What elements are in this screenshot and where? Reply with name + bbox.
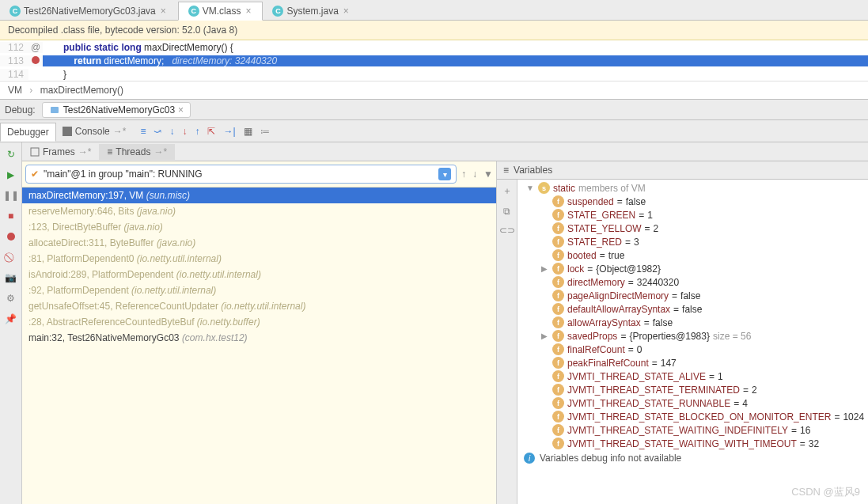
- code-line[interactable]: 112@public static long maxDirectMemory()…: [0, 40, 868, 54]
- variable-row[interactable]: f directMemory = 32440320: [517, 275, 868, 289]
- variable-row[interactable]: f booted = true: [517, 248, 868, 262]
- thread-selector[interactable]: ✔ "main"@1 in group "main": RUNNING ▾: [25, 165, 457, 184]
- stack-frame[interactable]: getUnsafeOffset:45, ReferenceCountUpdate…: [22, 298, 496, 314]
- step-into-icon[interactable]: ↓: [169, 126, 174, 137]
- breakpoint-icon[interactable]: [32, 56, 40, 64]
- static-group[interactable]: ▼ s static members of VM: [517, 181, 868, 195]
- next-frame-icon[interactable]: ↓: [472, 169, 477, 180]
- variable-row[interactable]: f suspended = false: [517, 195, 868, 208]
- field-badge-icon: f: [552, 316, 564, 328]
- rerun-icon[interactable]: ↻: [4, 147, 18, 161]
- frame-package: (sun.misc): [146, 190, 190, 201]
- stack-frame[interactable]: maxDirectMemory:197, VM (sun.misc): [22, 188, 496, 203]
- close-icon[interactable]: ×: [178, 104, 184, 116]
- collapse-icon[interactable]: ▼: [525, 184, 535, 192]
- variable-row[interactable]: f STATE_GREEN = 1: [517, 208, 868, 222]
- variable-row[interactable]: f peakFinalRefCount = 147: [517, 356, 868, 369]
- equals: =: [645, 223, 650, 234]
- variable-row[interactable]: f pageAlignDirectMemory = false: [517, 289, 868, 302]
- tab-console[interactable]: Console →*: [56, 123, 133, 140]
- equals: =: [620, 331, 626, 342]
- pause-icon[interactable]: ❚❚: [4, 188, 18, 203]
- prev-frame-icon[interactable]: ↑: [461, 169, 466, 180]
- mute-breakpoints-icon[interactable]: ⃠: [4, 250, 18, 264]
- camera-icon[interactable]: 📷: [4, 271, 18, 285]
- pin-icon[interactable]: 📌: [4, 312, 18, 326]
- view-breakpoints-icon[interactable]: [4, 229, 18, 244]
- thread-dropdown-icon[interactable]: ▾: [438, 168, 451, 180]
- add-watch-icon[interactable]: ＋: [502, 184, 512, 198]
- variable-value: false: [653, 317, 673, 328]
- show-exec-icon[interactable]: ≡: [140, 126, 146, 137]
- class-icon: C: [9, 6, 21, 17]
- debug-config-name: Test26NativeMemoryGc03: [63, 104, 175, 116]
- variable-row[interactable]: f STATE_YELLOW = 2: [517, 222, 868, 235]
- stack-frame[interactable]: :81, PlatformDependent0 (io.netty.util.i…: [22, 251, 496, 267]
- variable-row[interactable]: f JVMTI_THREAD_STATE_BLOCKED_ON_MONITOR_…: [517, 410, 868, 423]
- breadcrumb[interactable]: VM › maxDirectMemory(): [0, 81, 868, 100]
- stack-frame[interactable]: reserveMemory:646, Bits (java.nio): [22, 203, 496, 219]
- link-icon[interactable]: ⊂⊃: [499, 225, 515, 236]
- step-over-icon[interactable]: ⤻: [154, 126, 161, 137]
- variable-row[interactable]: f JVMTI_THREAD_STATE_ALIVE = 1: [517, 369, 868, 383]
- editor-tab[interactable]: CTest26NativeMemoryGc03.java×: [0, 2, 178, 20]
- code-line[interactable]: 114}: [0, 67, 868, 81]
- gutter-mark[interactable]: @: [28, 42, 43, 53]
- crumb-class[interactable]: VM: [8, 85, 22, 96]
- stack-frame[interactable]: :92, PlatformDependent (io.netty.util.in…: [22, 282, 496, 298]
- settings-icon[interactable]: ⚙: [4, 291, 18, 305]
- tab-threads[interactable]: ≡ Threads →*: [99, 144, 175, 160]
- stop-icon[interactable]: ■: [4, 209, 18, 223]
- variable-row[interactable]: f allowArraySyntax = false: [517, 316, 868, 329]
- tab-debugger[interactable]: Debugger: [0, 123, 56, 142]
- editor-tab[interactable]: CVM.class×: [178, 2, 263, 21]
- stack-frame[interactable]: :123, DirectByteBuffer (java.nio): [22, 219, 496, 235]
- debug-config-tab[interactable]: Test26NativeMemoryGc03 ×: [42, 102, 191, 118]
- variable-row[interactable]: f JVMTI_THREAD_STATE_RUNNABLE = 4: [517, 396, 868, 410]
- evaluate-icon[interactable]: ▦: [244, 126, 252, 137]
- close-icon[interactable]: ×: [342, 6, 351, 17]
- tool-more-icon[interactable]: ≔: [260, 126, 270, 137]
- frame-method: :92, PlatformDependent: [28, 285, 129, 296]
- variable-row[interactable]: f STATE_RED = 3: [517, 235, 868, 248]
- run-to-cursor-icon[interactable]: →|: [223, 126, 235, 137]
- tab-frames[interactable]: Frames →*: [22, 144, 99, 160]
- variable-row[interactable]: f JVMTI_THREAD_STATE_TERMINATED = 2: [517, 383, 868, 396]
- equals: =: [628, 277, 634, 288]
- close-icon[interactable]: ×: [244, 6, 252, 17]
- frame-list[interactable]: maxDirectMemory:197, VM (sun.misc)reserv…: [22, 188, 496, 504]
- variable-row[interactable]: f finalRefCount = 0: [517, 343, 868, 356]
- filter-icon[interactable]: ▼: [483, 169, 493, 180]
- copy-icon[interactable]: ⧉: [503, 206, 510, 217]
- drop-frame-icon[interactable]: ⇱: [207, 126, 215, 137]
- gutter-mark[interactable]: [28, 55, 43, 66]
- variable-row[interactable]: f JVMTI_THREAD_STATE_WAITING_WITH_TIMEOU…: [517, 437, 868, 450]
- stack-frame[interactable]: main:32, Test26NativeMemoryGc03 (com.hx.…: [22, 330, 496, 346]
- field-badge-icon: f: [552, 411, 564, 423]
- code-editor[interactable]: 112@public static long maxDirectMemory()…: [0, 40, 868, 81]
- force-step-into-icon[interactable]: ↓: [182, 126, 187, 137]
- variables-tree[interactable]: ▼ s static members of VM f suspended = f…: [517, 180, 868, 504]
- stack-frame[interactable]: :28, AbstractReferenceCountedByteBuf (io…: [22, 314, 496, 330]
- variable-value: 2: [752, 385, 757, 396]
- step-out-icon[interactable]: ↑: [195, 126, 199, 137]
- resume-icon[interactable]: ▶: [4, 168, 18, 182]
- variable-row[interactable]: ▶f savedProps = {Properties@1983} size =…: [517, 329, 868, 343]
- stack-frame[interactable]: allocateDirect:311, ByteBuffer (java.nio…: [22, 235, 496, 251]
- thread-label: "main"@1 in group "main": RUNNING: [44, 169, 203, 180]
- variable-name: JVMTI_THREAD_STATE_WAITING_INDEFINITELY: [567, 425, 788, 436]
- stack-frame[interactable]: isAndroid:289, PlatformDependent (io.net…: [22, 267, 496, 282]
- editor-tab[interactable]: CSystem.java×: [263, 2, 360, 20]
- variable-row[interactable]: f defaultAllowArraySyntax = false: [517, 302, 868, 316]
- variable-row[interactable]: f JVMTI_THREAD_STATE_WAITING_INDEFINITEL…: [517, 423, 868, 437]
- expand-icon[interactable]: ▶: [540, 332, 549, 340]
- code-line[interactable]: 113 return directMemory; directMemory: 3…: [0, 54, 868, 67]
- variable-name: suspended: [567, 196, 614, 207]
- variable-row[interactable]: ▶f lock = {Object@1982}: [517, 262, 868, 275]
- crumb-method[interactable]: maxDirectMemory(): [40, 85, 123, 96]
- field-badge-icon: f: [552, 236, 564, 248]
- expand-icon[interactable]: ▶: [540, 264, 549, 273]
- frame-package: (io.netty.util.internal): [137, 253, 222, 264]
- frame-package: (java.nio): [124, 222, 163, 233]
- close-icon[interactable]: ×: [159, 6, 168, 17]
